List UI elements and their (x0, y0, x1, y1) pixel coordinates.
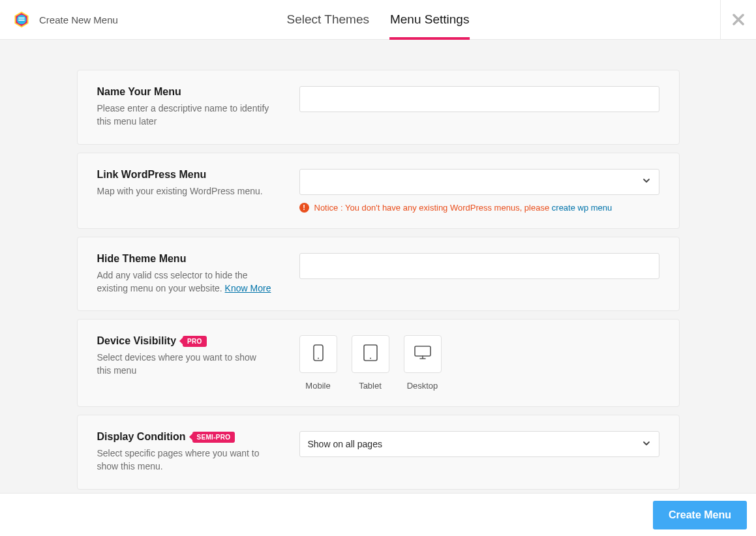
svg-rect-3 (18, 18, 25, 19)
section-device-visibility: Device Visibility PRO Select devices whe… (77, 319, 680, 407)
notice-text: Notice : You don't have any existing Wor… (314, 203, 552, 213)
device-list: Mobile Tablet (299, 335, 659, 391)
section-title: Device Visibility PRO (97, 335, 273, 347)
svg-point-6 (318, 358, 319, 359)
section-title: Link WordPress Menu (97, 169, 273, 181)
close-button[interactable] (720, 0, 756, 40)
create-menu-button[interactable]: Create Menu (653, 501, 747, 529)
section-link-wp-menu: Link WordPress Menu Map with your existi… (77, 153, 680, 229)
header-left: Create New Menu (0, 11, 118, 28)
section-desc: Please enter a descriptive name to ident… (97, 102, 273, 128)
device-label: Tablet (359, 381, 382, 391)
menu-name-input[interactable] (299, 86, 659, 112)
section-desc: Select devices where you want to show th… (97, 351, 273, 378)
tablet-icon (363, 344, 378, 365)
wp-menu-select[interactable] (299, 169, 659, 195)
svg-point-8 (370, 358, 371, 359)
section-desc: Add any valid css selector to hide the e… (97, 269, 273, 295)
device-tablet[interactable]: Tablet (352, 335, 389, 391)
section-title: Name Your Menu (97, 86, 273, 98)
section-desc: Map with your existing WordPress menu. (97, 185, 273, 198)
device-desktop[interactable]: Desktop (404, 335, 442, 391)
display-condition-select[interactable]: Show on all pages (299, 431, 659, 457)
chevron-down-icon (642, 439, 651, 450)
wp-menu-notice: ! Notice : You don't have any existing W… (299, 203, 659, 213)
alert-icon: ! (299, 203, 309, 213)
app-logo-icon (13, 11, 30, 28)
content-area: Name Your Menu Please enter a descriptiv… (0, 40, 756, 493)
section-hide-theme-menu: Hide Theme Menu Add any valid css select… (77, 237, 680, 312)
svg-rect-9 (415, 346, 431, 356)
section-name-menu: Name Your Menu Please enter a descriptiv… (77, 70, 680, 145)
know-more-link[interactable]: Know More (225, 283, 271, 293)
device-label: Desktop (407, 381, 438, 391)
svg-rect-4 (18, 20, 25, 21)
page-title: Create New Menu (39, 14, 118, 25)
chevron-down-icon (642, 176, 651, 187)
section-title: Hide Theme Menu (97, 253, 273, 265)
modal-footer: Create Menu (0, 493, 756, 536)
semi-pro-badge: SEMI-PRO (192, 432, 235, 443)
tab-menu-settings[interactable]: Menu Settings (389, 0, 470, 39)
section-display-condition: Display Condition SEMI-PRO Select specif… (77, 415, 680, 490)
section-title: Display Condition SEMI-PRO (97, 431, 273, 443)
modal-header: Create New Menu Select Themes Menu Setti… (0, 0, 756, 40)
select-value: Show on all pages (308, 439, 382, 449)
pro-badge: PRO (183, 336, 207, 347)
device-mobile[interactable]: Mobile (299, 335, 337, 391)
create-wp-menu-link[interactable]: create wp menu (552, 203, 612, 213)
content-inner: Name Your Menu Please enter a descriptiv… (77, 70, 680, 490)
mobile-icon (312, 344, 325, 364)
tab-select-themes[interactable]: Select Themes (286, 0, 370, 39)
desktop-icon (414, 345, 432, 363)
css-selector-input[interactable] (299, 253, 659, 279)
device-label: Mobile (305, 381, 330, 391)
section-desc: Select specific pages where you want to … (97, 447, 273, 473)
tabs: Select Themes Menu Settings (286, 0, 470, 39)
close-icon (733, 11, 744, 29)
